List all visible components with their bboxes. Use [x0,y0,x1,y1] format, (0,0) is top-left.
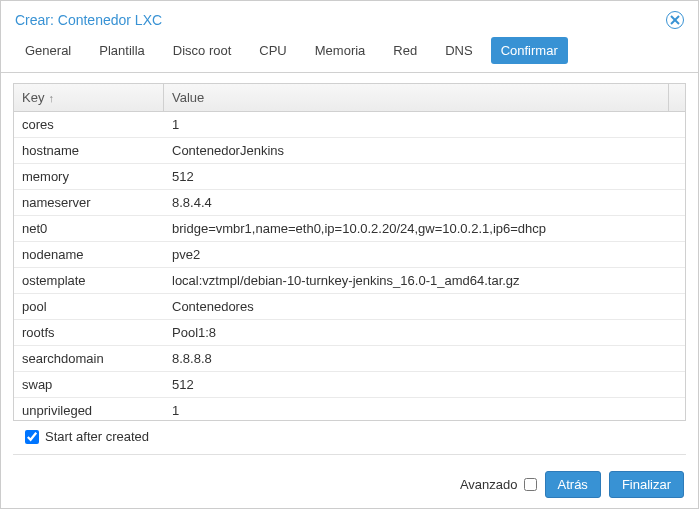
cell-key: swap [14,372,164,397]
table-row[interactable]: memory512 [14,164,685,190]
column-header-spacer [669,84,685,111]
content-area: Key ↑ Value cores1hostnameContenedorJenk… [1,73,698,461]
cell-value: Contenedores [164,294,685,319]
cell-value: local:vztmpl/debian-10-turnkey-jenkins_1… [164,268,685,293]
dialog-footer: Avanzado Atrás Finalizar [1,461,698,508]
table-row[interactable]: swap512 [14,372,685,398]
close-icon [670,15,680,25]
cell-value: 512 [164,164,685,189]
cell-value: ContenedorJenkins [164,138,685,163]
column-header-key[interactable]: Key ↑ [14,84,164,111]
close-button[interactable] [666,11,684,29]
finish-button[interactable]: Finalizar [609,471,684,498]
cell-value: 1 [164,398,685,420]
cell-value: 8.8.8.8 [164,346,685,371]
tab-bar: GeneralPlantillaDisco rootCPUMemoriaRedD… [1,37,698,73]
tab-confirmar[interactable]: Confirmar [491,37,568,64]
cell-key: memory [14,164,164,189]
table-row[interactable]: searchdomain8.8.8.8 [14,346,685,372]
cell-key: searchdomain [14,346,164,371]
cell-value: pve2 [164,242,685,267]
cell-key: ostemplate [14,268,164,293]
titlebar: Crear: Contenedor LXC [1,1,698,37]
cell-key: net0 [14,216,164,241]
grid-header: Key ↑ Value [14,84,685,112]
tab-cpu[interactable]: CPU [249,37,296,64]
cell-key: pool [14,294,164,319]
start-after-created-row: Start after created [13,421,686,455]
tab-red[interactable]: Red [383,37,427,64]
cell-value: 8.8.4.4 [164,190,685,215]
table-row[interactable]: cores1 [14,112,685,138]
back-button[interactable]: Atrás [545,471,601,498]
advanced-label: Avanzado [460,477,518,492]
cell-key: rootfs [14,320,164,345]
cell-value: bridge=vmbr1,name=eth0,ip=10.0.2.20/24,g… [164,216,685,241]
table-row[interactable]: unprivileged1 [14,398,685,420]
cell-value: 512 [164,372,685,397]
dialog-title: Crear: Contenedor LXC [15,12,666,28]
tab-general[interactable]: General [15,37,81,64]
table-row[interactable]: nodenamepve2 [14,242,685,268]
advanced-toggle[interactable]: Avanzado [460,477,537,492]
tab-memoria[interactable]: Memoria [305,37,376,64]
table-row[interactable]: rootfsPool1:8 [14,320,685,346]
cell-key: hostname [14,138,164,163]
cell-value: Pool1:8 [164,320,685,345]
cell-key: nodename [14,242,164,267]
sort-asc-icon: ↑ [48,92,54,104]
create-lxc-dialog: Crear: Contenedor LXC GeneralPlantillaDi… [0,0,699,509]
column-header-value[interactable]: Value [164,84,669,111]
table-row[interactable]: poolContenedores [14,294,685,320]
tab-dns[interactable]: DNS [435,37,482,64]
cell-key: nameserver [14,190,164,215]
cell-key: unprivileged [14,398,164,420]
column-header-value-label: Value [172,90,204,105]
column-header-key-label: Key [22,90,44,105]
tab-plantilla[interactable]: Plantilla [89,37,155,64]
cell-value: 1 [164,112,685,137]
start-after-created-label[interactable]: Start after created [45,429,149,444]
table-row[interactable]: nameserver8.8.4.4 [14,190,685,216]
table-row[interactable]: net0bridge=vmbr1,name=eth0,ip=10.0.2.20/… [14,216,685,242]
advanced-checkbox[interactable] [524,478,537,491]
table-row[interactable]: hostnameContenedorJenkins [14,138,685,164]
start-after-created-checkbox[interactable] [25,430,39,444]
summary-grid: Key ↑ Value cores1hostnameContenedorJenk… [13,83,686,421]
table-row[interactable]: ostemplatelocal:vztmpl/debian-10-turnkey… [14,268,685,294]
tab-disco-root[interactable]: Disco root [163,37,242,64]
grid-body[interactable]: cores1hostnameContenedorJenkinsmemory512… [14,112,685,420]
cell-key: cores [14,112,164,137]
